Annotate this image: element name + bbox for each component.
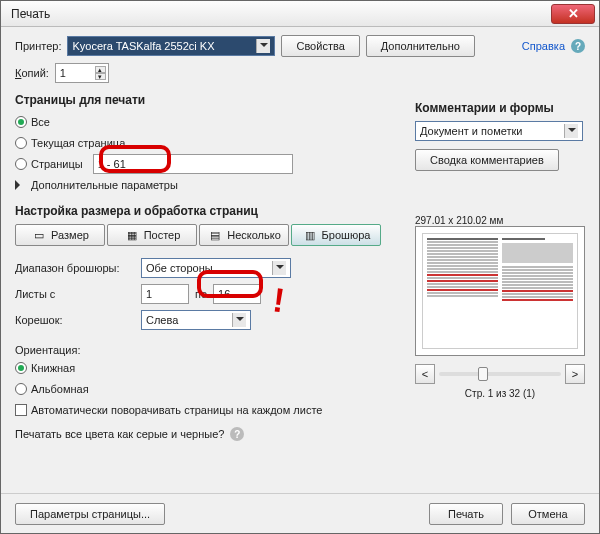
orientation-label: Ориентация: <box>15 344 395 356</box>
cancel-button[interactable]: Отмена <box>511 503 585 525</box>
comments-select[interactable]: Документ и пометки <box>415 121 583 141</box>
sheets-row: Листы с 1 по 16 <box>15 284 395 304</box>
help-icon[interactable]: ? <box>571 39 585 53</box>
comments-section-title: Комментарии и формы <box>415 101 585 115</box>
sheets-from-input[interactable]: 1 <box>141 284 189 304</box>
auto-rotate-row[interactable]: Автоматически поворачивать страницы на к… <box>15 401 395 419</box>
preview-nav-row: < > <box>415 364 585 384</box>
multiple-icon: ▤ <box>207 227 223 243</box>
printer-label: Принтер: <box>15 40 61 52</box>
radio-icon <box>15 137 27 149</box>
copies-row: ККопий:опий: 1 ▴▾ <box>15 63 585 83</box>
arrow-right-icon <box>15 180 25 190</box>
sizing-section-title: Настройка размера и обработка страниц <box>15 204 395 218</box>
grayscale-row: Печатать все цвета как серые и черные? ? <box>15 427 395 441</box>
left-column: Страницы для печати Все Текущая страница… <box>15 83 395 441</box>
slider-thumb[interactable] <box>478 367 488 381</box>
multiple-toggle[interactable]: ▤ Несколько <box>199 224 289 246</box>
properties-button[interactable]: Свойства <box>281 35 359 57</box>
poster-toggle[interactable]: ▦ Постер <box>107 224 197 246</box>
chevron-down-icon <box>232 313 246 327</box>
size-toggle[interactable]: ▭ Размер <box>15 224 105 246</box>
print-button[interactable]: Печать <box>429 503 503 525</box>
printer-value: Kyocera TASKalfa 2552ci KX <box>72 40 214 52</box>
help-icon[interactable]: ? <box>230 427 244 441</box>
radio-current[interactable]: Текущая страница <box>15 134 395 152</box>
dialog-footer: Параметры страницы... Печать Отмена <box>1 493 599 533</box>
radio-portrait[interactable]: Книжная <box>15 359 395 377</box>
page-range-input[interactable]: 1 - 61 <box>93 154 293 174</box>
printer-row: Принтер: Kyocera TASKalfa 2552ci KX Свой… <box>15 35 585 57</box>
booklet-icon: ▥ <box>302 227 318 243</box>
right-column: Комментарии и формы Документ и пометки С… <box>415 91 585 399</box>
chevron-down-icon <box>256 39 270 53</box>
binding-select[interactable]: Слева <box>141 310 251 330</box>
binding-label: Корешок: <box>15 314 135 326</box>
booklet-range-label: Диапазон брошюры: <box>15 262 135 274</box>
radio-icon <box>15 383 27 395</box>
radio-icon <box>15 158 27 170</box>
sheets-to-input[interactable]: 16 <box>213 284 261 304</box>
radio-range[interactable]: Страницы 1 - 61 <box>15 155 395 173</box>
sheets-from-label: Листы с <box>15 288 135 300</box>
binding-row: Корешок: Слева <box>15 310 395 330</box>
help-link[interactable]: Справка <box>522 40 565 52</box>
titlebar: Печать ✕ <box>1 1 599 27</box>
booklet-range-select[interactable]: Обе стороны <box>141 258 291 278</box>
booklet-toggle[interactable]: ▥ Брошюра <box>291 224 381 246</box>
advanced-button[interactable]: Дополнительно <box>366 35 475 57</box>
next-page-button[interactable]: > <box>565 364 585 384</box>
preview-dimensions: 297.01 x 210.02 мм <box>415 215 585 226</box>
grayscale-label: Печатать все цвета как серые и черные? <box>15 428 224 440</box>
prev-page-button[interactable]: < <box>415 364 435 384</box>
print-preview <box>415 226 585 356</box>
close-button[interactable]: ✕ <box>551 4 595 24</box>
copies-value: 1 <box>60 67 66 79</box>
pages-section-title: Страницы для печати <box>15 93 395 107</box>
sizing-toggle-group: ▭ Размер ▦ Постер ▤ Несколько ▥ Брошюра <box>15 224 395 246</box>
sheets-to-label: по <box>195 288 207 300</box>
print-dialog: Печать ✕ Принтер: Kyocera TASKalfa 2552c… <box>0 0 600 534</box>
size-icon: ▭ <box>31 227 47 243</box>
chevron-down-icon <box>272 261 286 275</box>
copies-label: ККопий:опий: <box>15 67 49 79</box>
radio-icon <box>15 362 27 374</box>
radio-all[interactable]: Все <box>15 113 395 131</box>
page-setup-button[interactable]: Параметры страницы... <box>15 503 165 525</box>
booklet-range-row: Диапазон брошюры: Обе стороны <box>15 258 395 278</box>
chevron-down-icon <box>564 124 578 138</box>
copies-spinner[interactable]: 1 ▴▾ <box>55 63 109 83</box>
radio-icon <box>15 116 27 128</box>
printer-select[interactable]: Kyocera TASKalfa 2552ci KX <box>67 36 275 56</box>
poster-icon: ▦ <box>124 227 140 243</box>
dialog-body: Принтер: Kyocera TASKalfa 2552ci KX Свой… <box>1 27 599 493</box>
summary-button[interactable]: Сводка комментариев <box>415 149 559 171</box>
radio-landscape[interactable]: Альбомная <box>15 380 395 398</box>
more-options-toggle[interactable]: Дополнительные параметры <box>15 176 395 194</box>
close-icon: ✕ <box>568 6 579 21</box>
window-title: Печать <box>5 7 551 21</box>
preview-status: Стр. 1 из 32 (1) <box>415 388 585 399</box>
preview-slider[interactable] <box>439 372 561 376</box>
checkbox-icon <box>15 404 27 416</box>
preview-page <box>422 233 578 349</box>
spinner-arrows[interactable]: ▴▾ <box>95 66 106 80</box>
